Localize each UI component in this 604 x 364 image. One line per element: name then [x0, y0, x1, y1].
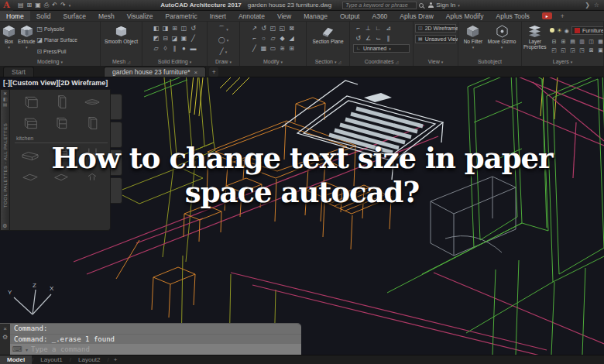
modify-tool-icon[interactable]: ▦ [261, 45, 267, 52]
tab-home[interactable]: Home [0, 11, 30, 21]
viewport-controls-label[interactable]: [-][Custom View][2D Wireframe] [3, 79, 108, 87]
section-plane-button[interactable]: Section Plane [312, 23, 343, 57]
panel-label-modeling[interactable]: Modeling [0, 57, 100, 66]
planar-surface-button[interactable]: ◪Planar Surface [36, 36, 77, 43]
redo-icon[interactable]: ↷ [60, 2, 66, 9]
panel-label-view[interactable]: View [414, 57, 458, 66]
command-dropdown-icon[interactable]: ▾ [26, 347, 28, 352]
layer-properties-button[interactable]: Layer Properties [523, 23, 547, 57]
tab-mesh[interactable]: Mesh [92, 11, 121, 21]
new-drawing-tab-icon[interactable]: + [209, 67, 218, 77]
ucs-tool-icon[interactable]: ⊿ [386, 25, 391, 32]
palette-item[interactable] [51, 94, 71, 113]
layer-tool-icon[interactable]: ▥ [579, 39, 585, 45]
qat-dropdown-icon[interactable] [69, 2, 71, 9]
solid-tool-icon[interactable]: ◨ [163, 25, 169, 32]
undo-icon[interactable]: ↶ [52, 2, 57, 9]
smooth-object-button[interactable]: Smooth Object [105, 23, 138, 57]
solid-tool-icon[interactable]: ⊞ [172, 25, 177, 32]
layer-on-icon[interactable] [550, 28, 554, 33]
line-tool-icon[interactable]: ╱ [220, 48, 227, 55]
palette-item[interactable] [20, 115, 40, 134]
ucs-tool-icon[interactable]: ⌙ [376, 35, 381, 42]
palette-item[interactable] [82, 115, 102, 134]
tab-aplus-draw[interactable]: Aplus Draw [393, 11, 439, 21]
solid-tool-icon[interactable]: ◧ [153, 25, 160, 32]
tab-aplus-tools[interactable]: Aplus Tools [489, 11, 535, 21]
modify-tool-icon[interactable]: ↺ [261, 25, 266, 32]
new-layout-icon[interactable]: + [109, 355, 122, 364]
solid-tool-icon[interactable]: ▣ [181, 35, 187, 42]
ucs-tool-icon[interactable]: ∠ [365, 35, 371, 42]
sign-in-dropdown-icon[interactable] [458, 2, 460, 9]
layer-tool-icon[interactable]: ◱ [561, 47, 566, 53]
layer-color-swatch[interactable] [575, 28, 580, 33]
open-icon[interactable]: ⊞ [27, 2, 33, 9]
panel-label-layers[interactable]: Layers [522, 57, 603, 66]
panel-label-solid-editing[interactable]: Solid Editing [142, 57, 207, 66]
layer-tool-icon[interactable]: ⊟ [552, 39, 557, 45]
workspace-icon[interactable]: ▤ [18, 2, 24, 9]
palette-item[interactable] [82, 94, 102, 113]
save-icon[interactable]: ▣ [35, 2, 41, 9]
modify-tool-icon[interactable]: ▭ [270, 45, 276, 52]
panel-label-subobject[interactable]: Subobject [458, 57, 521, 66]
modify-tool-icon[interactable]: ◢ [289, 35, 293, 42]
solid-tool-icon[interactable]: ◪ [172, 35, 178, 42]
palette-autohide-icon[interactable]: ◧ [3, 97, 8, 102]
layer-tool-icon[interactable]: ⊞ [561, 39, 566, 45]
tab-output[interactable]: Output [334, 11, 366, 21]
command-input-row[interactable]: ⌨ ▾ Type a command [10, 344, 301, 355]
drawing-area[interactable]: [-][Custom View][2D Wireframe] × ◧ ▤ TOO… [0, 77, 604, 355]
tab-parametric[interactable]: Parametric [160, 11, 204, 21]
box-button[interactable]: Box [2, 23, 16, 57]
layer-tool-icon[interactable]: ◫ [589, 39, 594, 45]
arc-tool-icon[interactable]: ⌒ [218, 26, 228, 33]
chevron-icon[interactable]: ❯ [585, 2, 590, 9]
gear-icon[interactable]: ⚙ [2, 223, 7, 229]
solid-tool-icon[interactable]: ▬ [190, 45, 197, 52]
add-ribbon-tab-icon[interactable]: + [554, 12, 571, 21]
layout2-tab[interactable]: Layout2 [71, 355, 107, 364]
apps-star-icon[interactable]: ☆ [594, 2, 599, 9]
plot-icon[interactable]: ⎙ [44, 2, 49, 9]
circle-tool-icon[interactable]: ◯ [218, 36, 228, 43]
modify-tool-icon[interactable]: ⊠ [289, 25, 294, 32]
command-window[interactable]: × ⚙ Command: Command: _.erase 1 found ⌨ … [0, 323, 301, 355]
palette-item[interactable] [51, 115, 71, 134]
extrude-button[interactable]: Extrude [18, 23, 35, 57]
palette-properties-icon[interactable]: ▤ [3, 102, 8, 108]
panel-label-coordinates[interactable]: Coordinates [350, 57, 413, 66]
modify-tool-icon[interactable]: ◆ [280, 35, 284, 42]
panel-label-draw[interactable]: Draw [208, 57, 239, 66]
named-view-combo[interactable]: ▤Unsaved View [415, 35, 456, 43]
layer-tool-icon[interactable]: ◰ [551, 47, 557, 53]
press-pull-button[interactable]: ⊡Press/Pull [36, 48, 77, 55]
command-customize-icon[interactable]: ⚙ [2, 334, 8, 341]
file-tab-active-document[interactable]: garden house 23 furniture* [104, 67, 206, 77]
solid-tool-icon[interactable]: ◊ [164, 45, 167, 52]
command-input-placeholder[interactable]: Type a command [31, 345, 90, 353]
solid-tool-icon[interactable]: ╱ [191, 35, 195, 42]
ucs-tool-icon[interactable]: ∟ [376, 25, 382, 32]
solid-tool-icon[interactable]: ∥ [173, 45, 177, 52]
layer-tool-icon[interactable]: ▤ [570, 39, 575, 45]
help-search-input[interactable] [342, 2, 417, 9]
model-tab[interactable]: Model [0, 355, 32, 364]
modify-tool-icon[interactable]: ▱ [270, 35, 275, 42]
ucs-tool-icon[interactable]: ⌐ [356, 25, 360, 32]
file-tab-start[interactable]: Start [3, 67, 34, 77]
modify-tool-icon[interactable]: ◱ [280, 25, 286, 32]
command-close-icon[interactable]: × [3, 325, 7, 332]
solid-tool-icon[interactable]: ⊟ [163, 35, 168, 42]
modify-tool-icon[interactable]: ◰ [270, 25, 276, 32]
polysolid-button[interactable]: ◳Polysolid [36, 26, 77, 33]
no-filter-button[interactable]: No Filter [464, 23, 483, 57]
panel-label-section[interactable]: Section [307, 57, 349, 66]
palette-tab[interactable] [111, 94, 122, 120]
solid-tool-icon[interactable]: ◩ [153, 35, 160, 42]
ucs-named-combo[interactable]: ∟ Unnamed [353, 44, 410, 53]
tab-aplus-modify[interactable]: Aplus Modify [440, 11, 490, 21]
panel-label-modify[interactable]: Modify [240, 57, 306, 66]
tab-insert[interactable]: Insert [204, 11, 232, 21]
